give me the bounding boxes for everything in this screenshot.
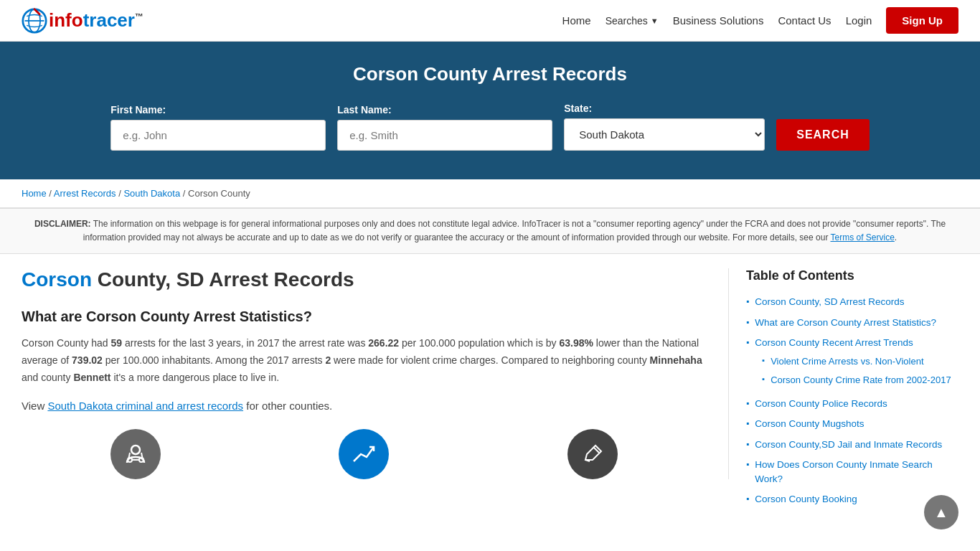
site-header: infotracer™ Home Searches ▼ Business Sol… <box>0 0 980 42</box>
breadcrumb: Home / Arrest Records / South Dakota / C… <box>0 179 980 208</box>
breadcrumb-south-dakota[interactable]: South Dakota <box>123 188 180 199</box>
logo-blue-text: tracer <box>83 9 135 31</box>
first-name-label: First Name: <box>110 104 166 116</box>
svg-point-6 <box>128 458 132 462</box>
breadcrumb-home[interactable]: Home <box>22 188 47 199</box>
last-name-label: Last Name: <box>337 104 391 116</box>
toc-link-3[interactable]: Corson County Recent Arrest Trends <box>755 337 913 348</box>
search-form: First Name: Last Name: State: South Dako… <box>14 103 966 151</box>
toc-item-7: How Does Corson County Inmate Search Wor… <box>746 458 958 487</box>
svg-point-7 <box>139 458 143 462</box>
svg-point-3 <box>131 446 140 454</box>
search-button[interactable]: SEARCH <box>776 119 870 151</box>
icon-item-3 <box>567 429 618 479</box>
nav-contact[interactable]: Contact Us <box>778 14 831 27</box>
chevron-down-icon: ▼ <box>651 17 659 25</box>
toc-list: Corson County, SD Arrest Records What ar… <box>746 295 958 507</box>
icon-item-1 <box>110 429 161 479</box>
state-label: State: <box>564 103 592 114</box>
disclaimer-bar: DISCLAIMER: The information on this webp… <box>0 208 980 254</box>
main-nav: Home Searches ▼ Business Solutions Conta… <box>562 7 958 34</box>
toc-item-2: What are Corson County Arrest Statistics… <box>746 316 958 330</box>
view-more-paragraph: View South Dakota criminal and arrest re… <box>22 397 707 415</box>
toc-item-6: Corson County,SD Jail and Inmate Records <box>746 438 958 452</box>
icons-row <box>22 429 707 479</box>
nav-business[interactable]: Business Solutions <box>673 14 764 27</box>
last-name-input[interactable] <box>337 120 552 151</box>
hero-section: Corson County Arrest Records First Name:… <box>0 42 980 179</box>
first-name-input[interactable] <box>110 120 326 151</box>
toc-sub-item-1: Violent Crime Arrests vs. Non-Violent <box>762 354 951 369</box>
logo[interactable]: infotracer™ <box>22 8 143 34</box>
article-heading: Corson County, SD Arrest Records <box>22 268 707 291</box>
toc-link-6[interactable]: Corson County,SD Jail and Inmate Records <box>755 438 942 452</box>
toc-sub-item-2: Corson County Crime Rate from 2002-2017 <box>762 373 951 387</box>
last-name-group: Last Name: <box>337 104 552 151</box>
toc-item-1: Corson County, SD Arrest Records <box>746 295 958 309</box>
scroll-to-top-button[interactable]: ▲ <box>924 495 958 527</box>
breadcrumb-sep3: / <box>183 188 188 199</box>
page-title: Corson County Arrest Records <box>14 63 966 85</box>
toc-item-4: Corson County Police Records <box>746 397 958 411</box>
toc-item-5: Corson County Mugshots <box>746 417 958 431</box>
toc-sub-link-2[interactable]: Corson County Crime Rate from 2002-2017 <box>771 373 951 387</box>
disclaimer-text: The information on this webpage is for g… <box>83 219 946 242</box>
disclaimer-tos-link[interactable]: Terms of Service <box>831 232 895 242</box>
disclaimer-label: DISCLAIMER: <box>34 219 91 229</box>
breadcrumb-arrest-records[interactable]: Arrest Records <box>54 188 116 199</box>
disclaimer-tos-end: . <box>895 232 897 242</box>
toc-link-1[interactable]: Corson County, SD Arrest Records <box>755 295 904 309</box>
toc-sublist: Violent Crime Arrests vs. Non-Violent Co… <box>762 354 951 387</box>
toc-title: Table of Contents <box>746 268 958 283</box>
trend-icon <box>339 429 389 479</box>
icon-item-2 <box>339 429 389 479</box>
signup-button[interactable]: Sign Up <box>886 7 958 34</box>
toc-item-3: Corson County Recent Arrest Trends Viole… <box>746 336 958 391</box>
stats-heading: What are Corson County Arrest Statistics… <box>22 309 707 325</box>
main-content: Corson County, SD Arrest Records What ar… <box>0 254 980 527</box>
toc-sub-link-1[interactable]: Violent Crime Arrests vs. Non-Violent <box>771 354 923 369</box>
chevron-up-icon: ▲ <box>934 504 948 521</box>
arrest-icon <box>110 429 161 479</box>
breadcrumb-county: Corson County <box>188 188 250 199</box>
state-group: State: South Dakota Alabama Alaska Arizo… <box>564 103 765 151</box>
nav-login[interactable]: Login <box>846 14 872 27</box>
nav-searches[interactable]: Searches ▼ <box>606 15 659 27</box>
article-heading-rest: County, SD Arrest Records <box>92 268 354 291</box>
toc-link-4[interactable]: Corson County Police Records <box>755 397 887 411</box>
state-select[interactable]: South Dakota Alabama Alaska Arizona Arka… <box>564 118 765 151</box>
view-more-link[interactable]: South Dakota criminal and arrest records <box>47 400 243 412</box>
first-name-group: First Name: <box>110 104 326 151</box>
toc-link-8[interactable]: Corson County Booking <box>755 492 857 507</box>
edit-icon <box>567 429 618 479</box>
logo-red-text: info <box>49 9 83 31</box>
toc-link-7[interactable]: How Does Corson County Inmate Search Wor… <box>755 458 958 487</box>
stats-paragraph: Corson County had 59 arrests for the las… <box>22 335 707 386</box>
table-of-contents: Table of Contents Corson County, SD Arre… <box>729 268 958 512</box>
article-heading-highlight: Corson <box>22 268 92 291</box>
article-section: Corson County, SD Arrest Records What ar… <box>22 268 729 479</box>
toc-link-5[interactable]: Corson County Mugshots <box>755 417 864 431</box>
nav-home[interactable]: Home <box>562 14 591 27</box>
toc-link-2[interactable]: What are Corson County Arrest Statistics… <box>755 316 936 330</box>
logo-tm: ™ <box>135 11 143 22</box>
